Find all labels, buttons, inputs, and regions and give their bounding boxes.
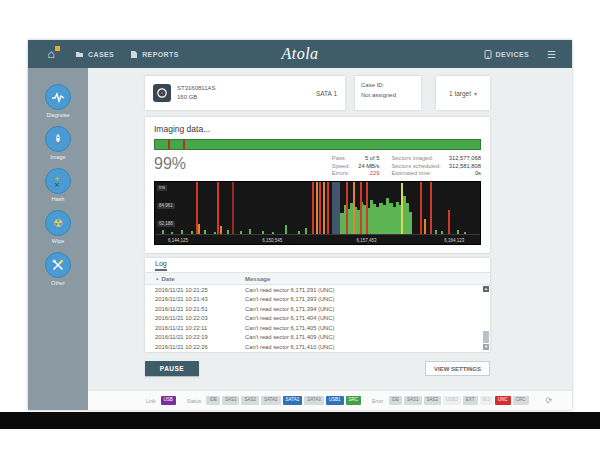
port-pill[interactable]: SAS2 [241, 396, 259, 406]
sidebar-label: Other [51, 280, 65, 286]
radiation-icon: ☢ [45, 210, 71, 236]
log-row-message: Can't read sector 6,171,394 (UNC) [245, 306, 334, 312]
sidebar-item-image[interactable]: Image [28, 126, 88, 164]
nav-reports-label: REPORTS [142, 51, 179, 58]
imaging-title: Imaging data... [154, 124, 481, 134]
refresh-icon[interactable]: ⟳ [546, 396, 553, 405]
port-pill[interactable]: SAS1 [222, 396, 240, 406]
home-button[interactable]: ⌂ [43, 46, 59, 62]
scrollbar-thumb[interactable] [483, 331, 489, 343]
progress-percent: 99% [154, 155, 186, 173]
port-pill[interactable]: CRC [513, 396, 529, 406]
sidebar-item-other[interactable]: Other [28, 252, 88, 290]
port-pill[interactable]: M.2 [480, 396, 494, 406]
log-row[interactable]: 2016/11/21 10:21:51 Can't read sector 6,… [145, 304, 490, 314]
hdd-icon [153, 84, 171, 102]
log-scrollbar[interactable]: ▲ ▼ [483, 286, 489, 350]
port-pill[interactable]: USB2 [443, 396, 461, 406]
case-card[interactable]: Case ID: Not assigned [355, 76, 421, 110]
log-column-message[interactable]: Message [245, 276, 270, 282]
stat-value-errors: 229 [358, 170, 379, 176]
scroll-down-icon[interactable]: ▼ [483, 344, 489, 350]
nav-devices[interactable]: DEVICES [484, 50, 530, 59]
desktop-black-band [0, 412, 600, 429]
log-row-message: Can't read sector 6,171,405 (UNC) [245, 325, 334, 331]
port-pill[interactable]: USB1 [326, 396, 344, 406]
nav-cases-label: CASES [88, 51, 114, 58]
pause-button[interactable]: PAUSE [145, 361, 199, 376]
hash-icon: + - × ÷ [45, 168, 71, 194]
case-id-label: Case ID: [361, 81, 415, 91]
port-pill[interactable]: EXT [463, 396, 478, 406]
log-row[interactable]: 2016/11/21 10:22:26 Can't read sector 6,… [145, 342, 490, 352]
log-row[interactable]: 2016/11/21 10:21:43 Can't read sector 6,… [145, 295, 490, 305]
port-pill[interactable]: UNC [495, 396, 511, 406]
chevron-down-icon: ▾ [474, 90, 477, 97]
nav-devices-label: DEVICES [496, 51, 530, 58]
status-ports: IDESAS1SAS2SATA2SATA1SATA3USB1SRC [206, 396, 361, 406]
log-row[interactable]: 2016/11/21 10:22:11 Can't read sector 6,… [145, 323, 490, 333]
port-pill[interactable]: SATA1 [283, 396, 303, 406]
port-pill[interactable]: SRC [346, 396, 362, 406]
rocket-icon [45, 126, 71, 152]
sidebar-label: Diagnose [46, 112, 69, 118]
log-card: Log ▲ Date Message 2016/11/21 10:21:25 C… [145, 258, 490, 352]
device-model: ST3160811AS [177, 84, 216, 93]
log-row[interactable]: 2016/11/21 10:22:03 Can't read sector 6,… [145, 314, 490, 324]
graph-y-tick: ms [157, 185, 167, 191]
log-column-date[interactable]: ▲ Date [145, 276, 245, 282]
port-pill[interactable]: SAS2 [424, 396, 442, 406]
port-pill[interactable]: SATA2 [261, 396, 281, 406]
port-pill[interactable]: USB [161, 396, 176, 406]
sector-speed-graph[interactable]: ms84,96162,188 6,144,1256,150,5456,157,4… [154, 181, 481, 245]
view-settings-button[interactable]: VIEW SETTINGS [425, 361, 490, 376]
imaging-progress-bar [154, 139, 481, 150]
sidebar-item-wipe[interactable]: ☢ Wipe [28, 210, 88, 248]
log-row-date: 2016/11/21 10:22:19 [145, 334, 245, 340]
sidebar-item-diagnose[interactable]: Diagnose [28, 84, 88, 122]
graph-y-tick: 84,961 [157, 203, 175, 209]
port-pill[interactable]: SAS1 [404, 396, 422, 406]
link-label: Link: [146, 398, 157, 404]
log-row-message: Can't read sector 6,171,409 (UNC) [245, 334, 334, 340]
nav-cases[interactable]: CASES [75, 50, 114, 58]
stat-value: 312,577,068 [449, 155, 481, 161]
graph-x-tick: 6,157,453 [357, 238, 377, 243]
log-row-message: Can't read sector 6,171,393 (UNC) [245, 296, 334, 302]
action-row: PAUSE VIEW SETTINGS [145, 361, 490, 376]
link-ports: USB [161, 396, 176, 406]
graph-x-tick: 6,164,123 [444, 238, 464, 243]
port-pill[interactable]: SATA3 [304, 396, 324, 406]
sort-ascending-icon: ▲ [155, 276, 159, 281]
devices-icon [484, 50, 492, 59]
port-pill[interactable]: IDE [389, 396, 403, 406]
home-icon: ⌂ [47, 48, 54, 60]
graph-axis [155, 234, 480, 235]
stat-value: 0s [449, 170, 481, 176]
svg-text:÷: ÷ [60, 181, 65, 188]
hamburger-menu-icon[interactable]: ☰ [547, 49, 556, 60]
sidebar-item-hash[interactable]: + - × ÷ Hash [28, 168, 88, 206]
tab-log[interactable]: Log [155, 260, 167, 271]
brand-logo: Atola [281, 45, 318, 63]
scroll-up-icon[interactable]: ▲ [483, 286, 489, 292]
device-card[interactable]: ST3160811AS 160 GB SATA 1 [145, 76, 345, 110]
stat-label: Estimated time: [391, 170, 440, 176]
log-row[interactable]: 2016/11/21 10:22:19 Can't read sector 6,… [145, 333, 490, 343]
stat-label: Errors: [332, 170, 350, 176]
log-row-date: 2016/11/21 10:22:03 [145, 315, 245, 321]
imaging-card: Imaging data... 99% Pass: 5 of 5 Speed: … [145, 117, 490, 253]
log-row[interactable]: 2016/11/21 10:21:25 Can't read sector 6,… [145, 285, 490, 295]
stat-value: 312,581,808 [449, 163, 481, 169]
port-pill[interactable]: IDE [206, 396, 220, 406]
stat-label: Pass: [332, 155, 350, 161]
log-row-date: 2016/11/21 10:21:51 [145, 306, 245, 312]
nav-reports[interactable]: REPORTS [130, 50, 179, 59]
svg-text:×: × [54, 181, 60, 188]
log-rows: 2016/11/21 10:21:25 Can't read sector 6,… [145, 285, 490, 352]
case-id-value: Not assigned [361, 91, 415, 101]
log-tab-row: Log [145, 258, 490, 273]
stat-label: Speed: [332, 163, 350, 169]
target-selector[interactable]: 1 target ▾ [436, 76, 490, 110]
log-row-date: 2016/11/21 10:22:11 [145, 325, 245, 331]
